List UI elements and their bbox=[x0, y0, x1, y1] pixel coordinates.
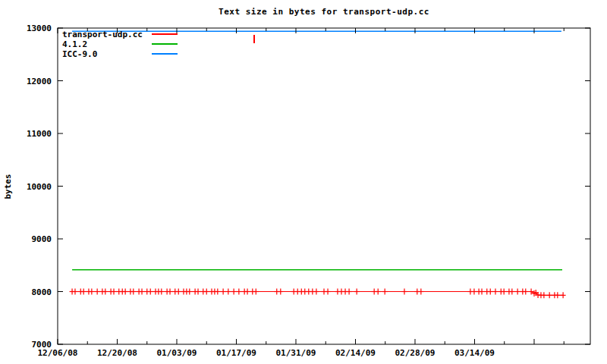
legend-item-label: 4.1.2 bbox=[62, 39, 87, 49]
x-tick-label: 12/20/08 bbox=[97, 348, 137, 358]
legend-item: transport-udp.cc bbox=[62, 30, 143, 39]
y-tick-label: 11000 bbox=[27, 129, 52, 139]
legend-line-sample bbox=[152, 53, 178, 55]
y-tick-label: 7000 bbox=[32, 340, 52, 350]
y-tick-label: 9000 bbox=[32, 234, 52, 244]
legend: transport-udp.cc 4.1.2 ICC-9.0 bbox=[62, 30, 143, 59]
y-tick-label: 12000 bbox=[27, 77, 52, 86]
y-tick-label: 10000 bbox=[27, 182, 52, 192]
x-tick-label: 01/17/09 bbox=[216, 348, 256, 358]
x-tick-label: 02/14/09 bbox=[335, 348, 376, 358]
legend-item-label: ICC-9.0 bbox=[62, 49, 97, 59]
legend-item: 4.1.2 bbox=[62, 39, 143, 49]
series-line-transport-udp.cc bbox=[72, 292, 563, 296]
plus-marker-icon bbox=[253, 35, 255, 43]
y-tick-label: 13000 bbox=[27, 24, 52, 33]
y-tick-label: 8000 bbox=[32, 287, 52, 297]
gnuplot-chart: Text size in bytes for transport-udp.cc … bbox=[0, 0, 607, 364]
x-tick-label: 02/28/09 bbox=[395, 348, 436, 358]
x-tick-label: 01/31/09 bbox=[276, 348, 316, 358]
legend-line-sample bbox=[152, 33, 178, 35]
legend-line-sample bbox=[152, 43, 178, 45]
legend-item: ICC-9.0 bbox=[62, 49, 143, 59]
plot-border bbox=[58, 28, 590, 344]
legend-item-label: transport-udp.cc bbox=[62, 30, 143, 39]
x-tick-label: 03/14/09 bbox=[454, 348, 495, 358]
x-tick-label: 01/03/09 bbox=[157, 348, 197, 358]
